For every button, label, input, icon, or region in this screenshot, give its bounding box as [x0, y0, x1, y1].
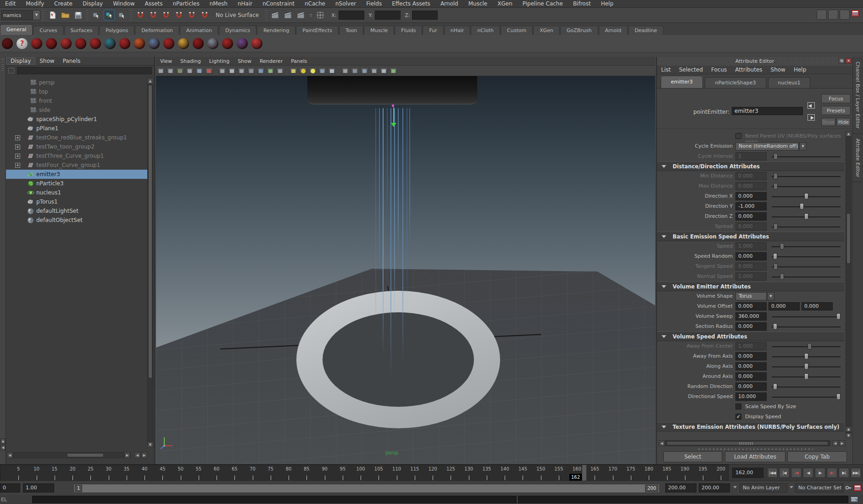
step-back-frame-button[interactable]: |◀ — [779, 468, 790, 478]
value-field-tangent-speed[interactable]: 0.000 — [735, 262, 767, 271]
statusline-grip[interactable] — [86, 10, 89, 20]
ae-scroll-up-button[interactable]: ▲ — [846, 131, 852, 137]
slider-track[interactable] — [772, 266, 841, 267]
shelf-tab-surfaces[interactable]: Surfaces — [64, 26, 99, 35]
outliner-scroll-right-button[interactable]: ▶ — [124, 452, 130, 458]
shelf-tab-painteffects[interactable]: PaintEffects — [296, 26, 339, 35]
focus-button[interactable]: Focus — [821, 94, 851, 103]
command-line-input[interactable] — [32, 496, 517, 503]
scrollbar-thumb[interactable] — [846, 213, 851, 264]
auto-keyframe-button[interactable] — [845, 485, 852, 491]
slider-handle[interactable] — [774, 223, 778, 230]
slider-handle[interactable] — [804, 213, 808, 220]
ae-scroll-up-button-2[interactable]: ▲ — [846, 426, 852, 432]
snap-to-view-plane-button[interactable] — [186, 10, 197, 21]
value-field-normal-speed[interactable]: 1.000 — [735, 272, 767, 281]
value-field-volume-sweep[interactable]: 360.000 — [735, 312, 767, 321]
shelf-tab-gozbrush[interactable]: GoZBrush — [560, 26, 598, 35]
chevron-down-icon[interactable]: ▼ — [767, 292, 774, 300]
script-editor-button[interactable] — [850, 496, 858, 503]
outliner-item-emitter3[interactable]: emitter3 — [6, 170, 147, 179]
ae-menu-focus[interactable]: Focus — [707, 66, 731, 73]
viewport-toolbar-icon-5[interactable] — [195, 67, 203, 74]
show-output-connections-button[interactable] — [807, 114, 815, 121]
menubar-item-nhair[interactable]: nHair — [233, 0, 257, 8]
coord-x-field[interactable] — [339, 11, 364, 20]
shelf-tab-xgen[interactable]: XGen — [533, 26, 560, 35]
slider-track[interactable] — [772, 387, 841, 388]
cylinder-mesh[interactable] — [307, 76, 477, 105]
scrollbar-thumb[interactable] — [67, 453, 104, 457]
viewport-toolbar-icon-14[interactable] — [290, 67, 297, 74]
value-field-volume-offset-2[interactable]: 0.000 — [802, 302, 833, 310]
value-field-away-from-center[interactable]: 1.000 — [735, 342, 767, 350]
render-settings-button[interactable] — [295, 10, 306, 21]
value-field-spread[interactable]: 0.000 — [735, 222, 767, 231]
shelf-tab-fur[interactable]: Fur — [423, 26, 443, 35]
footer-copy-tab-button[interactable]: Copy Tab — [787, 451, 847, 462]
previous-key-button[interactable]: |◀ — [791, 468, 802, 478]
viewport-menu-renderer[interactable]: Renderer — [256, 58, 287, 64]
viewport-toolbar-icon-10[interactable] — [247, 67, 255, 74]
snap-to-grid-button[interactable] — [135, 10, 146, 21]
shelf-icon-9[interactable] — [118, 37, 132, 50]
shelf-tab-rendering[interactable]: Rendering — [257, 26, 295, 35]
expand-toggle-icon[interactable]: + — [15, 144, 20, 150]
outliner-item-ptorus1[interactable]: pTorus1 — [6, 197, 147, 206]
ae-menu-selected[interactable]: Selected — [675, 66, 707, 73]
menubar-item-help[interactable]: Help — [596, 0, 618, 8]
viewport-menu-lighting[interactable]: Lighting — [205, 58, 234, 64]
expand-toggle-icon[interactable]: + — [15, 163, 20, 168]
ae-horizontal-scrollbar[interactable] — [665, 440, 830, 446]
time-slider[interactable]: 5101520253035404550556065707580859095100… — [0, 465, 729, 481]
slider-handle[interactable] — [773, 323, 777, 330]
dropdown-cycle-emission[interactable]: None (timeRandom off) — [735, 142, 799, 150]
value-field-min-distance[interactable]: 0.000 — [735, 172, 767, 180]
statusline-grip[interactable] — [42, 10, 45, 20]
viewport-toolbar-icon-21[interactable] — [361, 67, 368, 74]
slider-handle[interactable] — [804, 193, 808, 199]
viewport-toolbar-icon-22[interactable] — [370, 67, 378, 74]
play-backwards-button[interactable]: ◀ — [803, 468, 813, 478]
section-header-distance-direction-attributes[interactable]: Distance/Direction Attributes — [657, 161, 844, 171]
slider-track[interactable] — [772, 176, 841, 177]
viewport-toolbar-icon-3[interactable] — [176, 67, 184, 74]
outliner-item-testthree-curve-group1[interactable]: +testThree_Curve_group1 — [6, 151, 147, 161]
ae-scroll-left-button[interactable]: ◀ — [659, 440, 665, 446]
shelf-icon-18[interactable] — [250, 37, 264, 50]
dropdown-volume-shape[interactable]: Torus — [735, 292, 767, 300]
slider-handle[interactable] — [780, 273, 784, 280]
new-scene-button[interactable] — [47, 10, 58, 21]
menubar-item-create[interactable]: Create — [49, 0, 78, 8]
shelf-tab-general[interactable]: General — [0, 24, 33, 35]
playback-start-field[interactable]: 1.00 — [23, 483, 54, 493]
animation-end-field[interactable]: 200.00 — [699, 483, 730, 493]
slider-track[interactable] — [772, 156, 841, 157]
outliner-item-testtwo-toon-group2[interactable]: +testTwo_toon_group2 — [6, 142, 147, 151]
shelf-icon-15[interactable] — [206, 37, 220, 50]
viewport-3d-scene[interactable]: persp — [156, 76, 655, 464]
slider-track[interactable] — [772, 397, 841, 398]
outliner-item-nucleus1[interactable]: nucleus1 — [6, 188, 147, 197]
shelf-tab-nhair[interactable]: nHair — [444, 26, 471, 35]
menubar-item-edit[interactable]: Edit — [0, 0, 21, 8]
chevron-down-icon[interactable]: ▼ — [33, 11, 40, 20]
presets-button[interactable]: Presets — [821, 106, 851, 115]
scroll-up-button[interactable]: ▲ — [0, 438, 6, 444]
footer-select-button[interactable]: Select — [663, 451, 722, 462]
toggle-channel-box-button[interactable] — [828, 10, 838, 20]
ae-tab-nucleus1[interactable]: nucleus1 — [768, 77, 810, 88]
outliner-item-spaceship-pcylinder1[interactable]: spaceShip_pCylinder1 — [6, 115, 147, 124]
go-to-end-button[interactable]: ▶▶| — [851, 468, 861, 478]
viewport-toolbar-icon-7[interactable] — [218, 67, 226, 74]
menubar-item-window[interactable]: Window — [108, 0, 139, 8]
coord-z-field[interactable] — [412, 11, 438, 20]
chevron-down-icon[interactable]: ▼ — [799, 142, 807, 150]
step-forward-frame-button[interactable]: ▶| — [839, 468, 849, 478]
shelf-icon-10[interactable] — [133, 37, 146, 50]
slider-handle[interactable] — [774, 153, 778, 160]
input-field-mode-dropdown[interactable]: ▽ — [309, 13, 312, 17]
viewport-menu-panels[interactable]: Panels — [287, 58, 311, 64]
close-panel-icon[interactable]: ✕ — [846, 58, 852, 64]
viewport-toolbar-icon-16[interactable] — [309, 67, 317, 74]
